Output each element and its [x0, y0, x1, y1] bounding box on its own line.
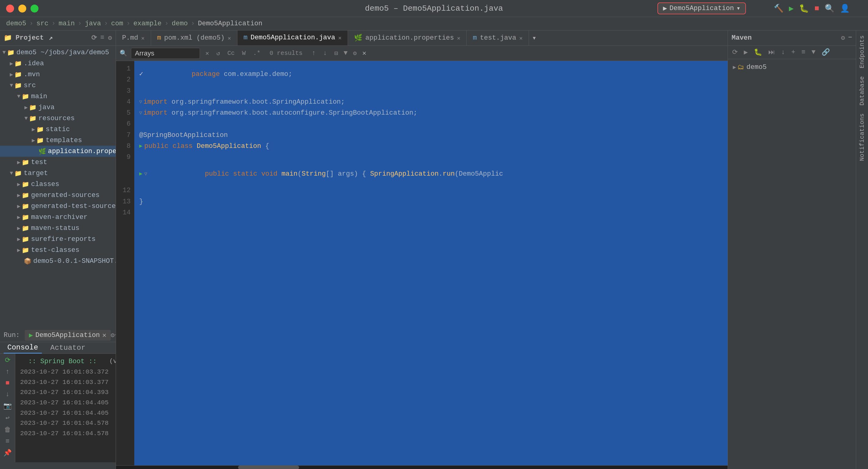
run-gutter-7[interactable]: ▶	[139, 142, 143, 151]
breadcrumb-class[interactable]: Demo5Application	[198, 20, 262, 28]
maven-close-icon[interactable]: −	[848, 34, 852, 42]
search-close-btn[interactable]: ✕	[204, 49, 211, 58]
tree-item-surefire[interactable]: ▶ 📁 surefire-reports	[0, 234, 116, 244]
breadcrumb-demo[interactable]: demo	[172, 20, 188, 28]
code-content[interactable]: ✓ package com.example.demo; ▽ import org…	[134, 61, 727, 465]
tab-appprops-close[interactable]: ✕	[457, 35, 461, 41]
run-config-button[interactable]: ▶ Demo5Application ▾	[657, 2, 746, 14]
filter-icon[interactable]: ▼	[344, 49, 348, 57]
wrap-icon[interactable]: ↩	[5, 414, 9, 422]
user-icon[interactable]: 👤	[840, 4, 850, 13]
tab-demo5app-close[interactable]: ✕	[338, 34, 342, 41]
breadcrumb-main[interactable]: main	[59, 20, 75, 28]
close-button[interactable]	[6, 5, 14, 12]
run-app-icon: ▶	[29, 331, 33, 339]
restart-icon[interactable]: ⟳	[5, 356, 10, 364]
tree-item-gen-test-sources[interactable]: ▶ 📁 generated-test-sources	[0, 201, 116, 212]
tab-actuator[interactable]: Actuator	[47, 342, 89, 353]
tab-testjava-close[interactable]: ✕	[519, 35, 523, 41]
maven-collapse-btn[interactable]: ≡	[800, 47, 807, 57]
debug-icon[interactable]: 🐛	[799, 4, 809, 13]
scrollbar-thumb[interactable]	[238, 466, 299, 469]
filter-console-icon[interactable]: ≡	[5, 438, 9, 445]
maven-link-btn[interactable]: 🔗	[820, 47, 832, 58]
tab-pomxml-close[interactable]: ✕	[228, 35, 231, 41]
breadcrumb-java[interactable]: java	[85, 20, 101, 28]
run-gutter-9[interactable]: ▶	[139, 170, 143, 179]
tree-item-resources[interactable]: ▼ 📁 resources	[0, 113, 116, 124]
tab-console[interactable]: Console	[4, 342, 42, 354]
scroll-up-icon[interactable]: ↑	[5, 368, 9, 376]
search-input[interactable]	[135, 49, 196, 57]
tree-item-templates[interactable]: ▶ 📁 templates	[0, 135, 116, 146]
clear-icon[interactable]: 🗑	[4, 426, 11, 434]
pin-icon[interactable]: 📌	[3, 449, 11, 457]
maven-add-btn[interactable]: +	[789, 47, 797, 57]
tab-appprops[interactable]: 🌿 application.properties ✕	[348, 31, 467, 46]
tree-item-demo5[interactable]: ▼ 📁 demo5 ~/jobs/java/demo5	[0, 47, 116, 58]
run-tab-close-icon[interactable]: ✕	[102, 331, 106, 339]
run-settings-icon[interactable]: ⚙	[111, 331, 115, 339]
tree-item-java[interactable]: ▶ 📁 java	[0, 102, 116, 113]
tree-item-target[interactable]: ▼ 📁 target	[0, 168, 116, 179]
tree-item-main[interactable]: ▼ 📁 main	[0, 91, 116, 102]
tab-testjava[interactable]: m test.java ✕	[467, 31, 529, 46]
strip-endpoints-label[interactable]: Endpoints	[859, 33, 866, 71]
breadcrumb-example[interactable]: example	[133, 20, 161, 28]
tree-item-mvn[interactable]: ▶ 📁 .mvn	[0, 69, 116, 80]
breadcrumb-src[interactable]: src	[36, 20, 49, 28]
camera-icon[interactable]: 📷	[3, 402, 11, 410]
breadcrumb-com[interactable]: com	[111, 20, 123, 28]
tree-item-jar[interactable]: 📦 demo5-0.0.1-SNAPSHOT.jar	[0, 256, 116, 267]
maven-settings-icon[interactable]: ⚙	[841, 34, 845, 42]
search-filter-btn[interactable]: ⊟	[333, 49, 340, 58]
strip-database-label[interactable]: Database	[859, 74, 866, 108]
search-icon[interactable]: 🔍	[825, 4, 834, 13]
maven-filter-btn[interactable]: ▼	[810, 47, 817, 57]
word-btn[interactable]: W	[240, 49, 248, 57]
tree-item-gen-sources[interactable]: ▶ 📁 generated-sources	[0, 190, 116, 201]
tree-item-idea[interactable]: ▶ 📁 .idea	[0, 58, 116, 69]
stop-icon[interactable]: ■	[5, 379, 9, 387]
tree-item-maven-status[interactable]: ▶ 📁 maven-status	[0, 223, 116, 234]
case-sensitive-btn[interactable]: Cc	[225, 49, 237, 57]
console-area: ⟳ ↑ ■ ↓ 📷 ↩ 🗑 ≡ 📌 :: Spring Boot :: (v2	[0, 354, 116, 462]
regex-btn[interactable]: .*	[251, 49, 262, 57]
breadcrumb-demo5[interactable]: demo5	[6, 20, 26, 28]
tree-item-test[interactable]: ▶ 📁 test	[0, 157, 116, 168]
maven-debug-btn[interactable]: 🐛	[752, 47, 764, 58]
search-prev-btn[interactable]: ↑	[310, 49, 317, 57]
stop-icon[interactable]: ■	[814, 4, 819, 13]
strip-notifications-label[interactable]: Notifications	[859, 111, 866, 163]
editor-scrollbar[interactable]	[116, 465, 727, 469]
scroll-down-icon[interactable]: ↓	[5, 391, 9, 398]
maven-run-btn[interactable]: ▶	[742, 47, 750, 58]
tree-item-maven-archiver[interactable]: ▶ 📁 maven-archiver	[0, 212, 116, 223]
tree-item-classes[interactable]: ▶ 📁 classes	[0, 179, 116, 190]
tree-item-app-properties[interactable]: 🌿 application.properties	[0, 146, 116, 157]
maven-download-btn[interactable]: ↓	[779, 47, 787, 57]
play-icon[interactable]: ▶	[789, 4, 794, 13]
tab-pomxml[interactable]: m pom.xml (demo5) ✕	[151, 31, 238, 46]
tree-item-test-classes[interactable]: ▶ 📁 test-classes	[0, 244, 116, 256]
maven-item-demo5[interactable]: ▶ 🗂 demo5	[728, 62, 856, 73]
build-icon[interactable]: 🔨	[774, 4, 783, 13]
maven-refresh-btn[interactable]: ⟳	[730, 47, 740, 58]
tab-overflow-btn[interactable]: ▾	[529, 34, 539, 42]
run-app-tab[interactable]: ▶ Demo5Application ✕	[25, 330, 111, 341]
tab-pmd[interactable]: P.md ✕	[116, 31, 151, 46]
tree-item-static[interactable]: ▶ 📁 static	[0, 124, 116, 135]
sync-icon[interactable]: ⟳	[91, 34, 97, 42]
search-reset-btn[interactable]: ↺	[215, 49, 222, 58]
fullscreen-button[interactable]	[31, 5, 38, 12]
search-close-icon[interactable]: ✕	[362, 49, 366, 57]
collapse-icon[interactable]: ≡	[100, 34, 104, 42]
tree-item-src[interactable]: ▼ 📁 src	[0, 80, 116, 91]
search-settings-btn[interactable]: ⚙	[351, 49, 359, 58]
maven-skip-btn[interactable]: ⏭	[766, 47, 777, 58]
tab-demo5app[interactable]: m Demo5Application.java ✕	[238, 31, 348, 46]
settings-icon[interactable]: ⚙	[108, 34, 112, 42]
tab-pmd-close[interactable]: ✕	[141, 35, 145, 41]
search-next-btn[interactable]: ↓	[321, 49, 329, 57]
minimize-button[interactable]	[18, 5, 26, 12]
